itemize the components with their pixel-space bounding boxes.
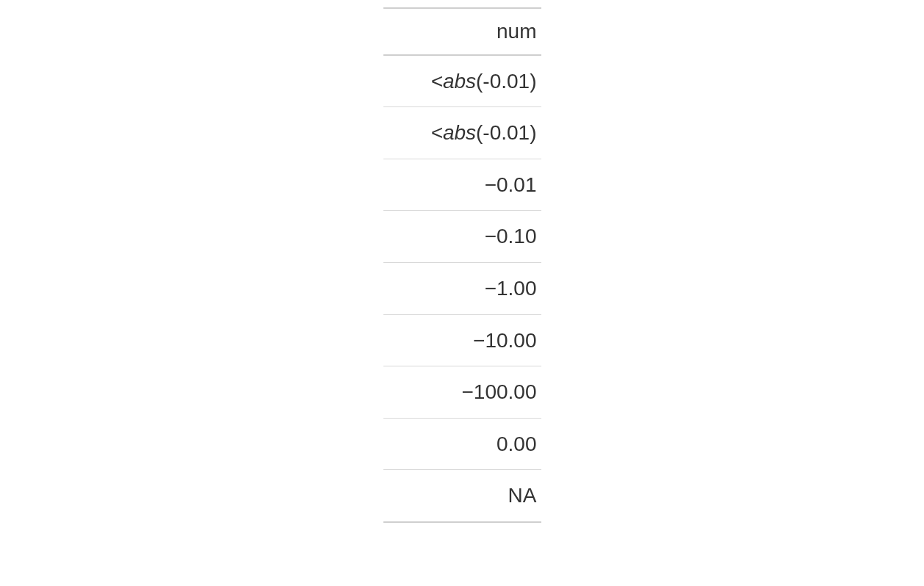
table-row: <abs(-0.01) (383, 55, 541, 107)
table-row: <abs(-0.01) (383, 107, 541, 159)
numeric-table: num <abs(-0.01) <abs(-0.01) −0.01 −0.10 … (383, 7, 541, 523)
cell-value: NA (383, 470, 541, 522)
abs-paren: (-0.01) (476, 121, 536, 144)
table-row: −0.10 (383, 211, 541, 263)
cell-value: 0.00 (383, 418, 541, 470)
cell-value: <abs(-0.01) (383, 55, 541, 107)
table-row: −0.01 (383, 159, 541, 211)
table-row: −100.00 (383, 366, 541, 419)
abs-prefix: <abs (431, 70, 477, 93)
cell-value: <abs(-0.01) (383, 107, 541, 159)
table-row: NA (383, 470, 541, 522)
cell-value: −0.01 (383, 159, 541, 211)
table-row: −10.00 (383, 314, 541, 366)
abs-prefix: <abs (431, 121, 477, 144)
table-row: −1.00 (383, 262, 541, 314)
cell-value: −1.00 (383, 262, 541, 314)
cell-value: −0.10 (383, 211, 541, 263)
column-header-num: num (383, 8, 541, 55)
cell-value: −100.00 (383, 366, 541, 419)
table-row: 0.00 (383, 418, 541, 470)
abs-paren: (-0.01) (476, 70, 536, 93)
table-body: <abs(-0.01) <abs(-0.01) −0.01 −0.10 −1.0… (383, 55, 541, 522)
cell-value: −10.00 (383, 314, 541, 366)
